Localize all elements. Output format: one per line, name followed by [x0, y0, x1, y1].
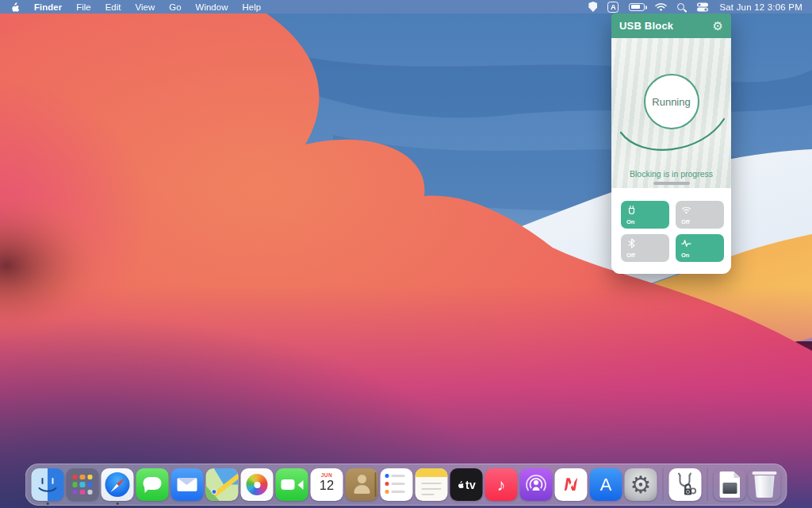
news-icon: N [555, 468, 588, 501]
usb-toggle[interactable]: On [621, 201, 669, 229]
keyboard-input-icon[interactable]: A [607, 2, 619, 13]
control-center-icon[interactable] [696, 2, 709, 12]
music-note-glyph: ♪ [497, 476, 506, 493]
bluetooth-toggle[interactable]: Off [621, 234, 669, 262]
apple-menu[interactable] [10, 2, 20, 13]
dock-item-facetime[interactable] [276, 468, 308, 501]
shield-icon[interactable] [588, 2, 597, 12]
usb-block-header: USB Block ⚙ [611, 13, 731, 38]
mini-progress-bar [653, 182, 690, 185]
gear-icon: ⚙ [630, 473, 652, 497]
safari-icon [102, 468, 134, 501]
usb-toggle-state: On [626, 218, 634, 225]
contacts-icon [346, 468, 378, 501]
menu-window[interactable]: Window [196, 2, 228, 12]
menu-help[interactable]: Help [242, 2, 261, 12]
photos-icon [241, 468, 274, 501]
bluetooth-toggle-state: Off [626, 252, 635, 259]
settings-gear-icon[interactable]: ⚙ [713, 20, 723, 32]
finder-running-indicator [46, 502, 49, 506]
wifi-toggle-state: Off [681, 218, 690, 225]
dock-item-reminders[interactable] [381, 468, 413, 501]
dock: JUN 12 [25, 464, 787, 506]
dock-item-mail[interactable] [171, 468, 204, 501]
dock-item-calendar[interactable]: JUN 12 [311, 468, 343, 501]
wifi-icon [681, 205, 691, 215]
dock-divider [707, 468, 708, 501]
dock-item-finder[interactable] [32, 468, 64, 501]
usb-block-popover: USB Block ⚙ Running Blocking is in progr… [611, 13, 731, 274]
menu-edit[interactable]: Edit [105, 2, 121, 12]
menu-bar: Finder File Edit View Go Window Help A [0, 0, 812, 13]
calendar-icon: JUN 12 [311, 468, 343, 501]
system-preferences-icon: ⚙ [625, 468, 657, 501]
dock-item-news[interactable]: N [555, 468, 588, 501]
activity-toggle-state: On [681, 252, 689, 259]
music-icon: ♪ [485, 468, 518, 501]
bluetooth-icon [626, 238, 637, 248]
dock-item-system-preferences[interactable]: ⚙ [625, 468, 657, 501]
dock-item-apple-tv[interactable]: tv [450, 468, 483, 501]
dock-item-document[interactable] [714, 468, 746, 501]
menu-bar-clock[interactable]: Sat Jun 12 3:06 PM [719, 2, 802, 12]
search-icon[interactable] [677, 3, 684, 10]
toggle-grid: On Off Off On [611, 188, 731, 274]
safari-running-indicator [116, 502, 119, 506]
apple-icon [10, 2, 20, 13]
dock-item-usb-block[interactable] [669, 468, 702, 501]
dock-item-safari[interactable] [102, 468, 134, 501]
dock-divider [663, 468, 664, 501]
mail-icon [171, 468, 204, 501]
menu-file[interactable]: File [76, 2, 91, 12]
podcasts-icon [520, 468, 553, 501]
dock-item-podcasts[interactable] [520, 468, 553, 501]
wifi-icon[interactable] [655, 2, 667, 11]
app-store-letter: A [600, 476, 612, 494]
dock-item-maps[interactable] [206, 468, 239, 501]
running-label: Running [652, 96, 690, 108]
dock-item-music[interactable]: ♪ [485, 468, 518, 501]
dock-item-notes[interactable] [416, 468, 448, 501]
dock-item-contacts[interactable] [346, 468, 378, 501]
apple-tv-icon: tv [450, 468, 483, 501]
tv-label: tv [465, 479, 476, 491]
dock-item-photos[interactable] [241, 468, 274, 501]
battery-icon[interactable] [629, 3, 645, 11]
progress-arc [611, 110, 731, 165]
wifi-toggle[interactable]: Off [676, 201, 724, 229]
menu-go[interactable]: Go [169, 2, 181, 12]
apple-logo-icon [457, 480, 465, 489]
calendar-day: 12 [311, 478, 343, 493]
desktop: Finder File Edit View Go Window Help A [0, 0, 812, 508]
reminders-icon [381, 468, 413, 501]
usb-icon [626, 205, 637, 215]
notes-icon [416, 468, 448, 501]
usb-block-app-icon [669, 468, 702, 501]
facetime-icon [276, 468, 308, 501]
messages-icon [136, 468, 169, 501]
calendar-month: JUN [311, 472, 343, 478]
blocking-message: Blocking is in progress [611, 169, 731, 179]
launchpad-icon [67, 468, 99, 501]
dock-item-app-store[interactable]: A [590, 468, 622, 501]
app-store-icon: A [590, 468, 622, 501]
menu-view[interactable]: View [136, 2, 155, 12]
menu-finder[interactable]: Finder [34, 2, 62, 12]
activity-toggle[interactable]: On [676, 234, 724, 262]
usb-block-title: USB Block [619, 20, 673, 32]
trash-icon [749, 468, 781, 501]
activity-icon [681, 238, 691, 248]
dock-item-messages[interactable] [136, 468, 169, 501]
usb-block-status-panel: Running Blocking is in progress [611, 38, 731, 188]
dock-item-launchpad[interactable] [67, 468, 99, 501]
maps-icon [206, 468, 239, 501]
document-icon [714, 468, 746, 501]
dock-item-trash[interactable] [749, 468, 781, 501]
finder-icon [32, 468, 64, 501]
